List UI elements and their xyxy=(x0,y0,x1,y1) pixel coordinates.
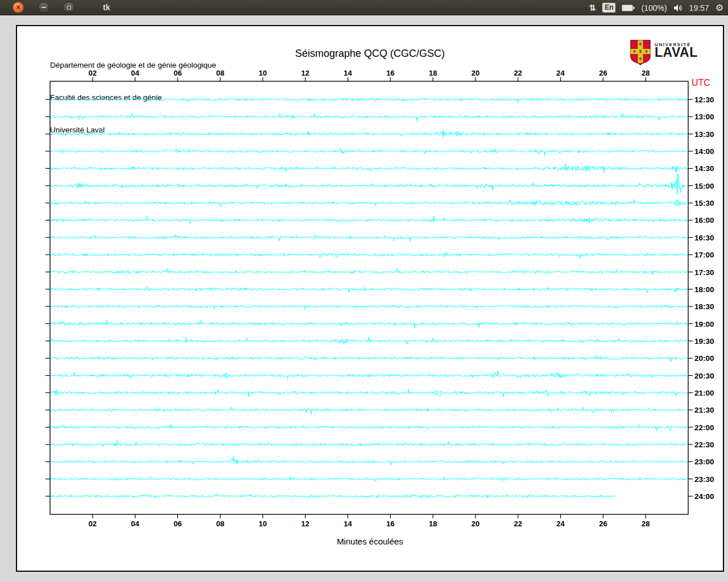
row-time-label: 17:00 xyxy=(694,251,714,259)
seismogram-trace xyxy=(51,269,688,275)
seismogram-trace xyxy=(51,408,688,414)
x-tick-label-bottom: 28 xyxy=(642,519,650,528)
row-time-label: 21:00 xyxy=(694,389,714,397)
seismogram-trace xyxy=(51,287,688,293)
x-tick-label-top: 22 xyxy=(514,69,522,77)
panel-indicators: ⇅ En (100%) 19:57 ⚙ xyxy=(589,0,723,15)
seismogram-trace xyxy=(51,493,615,498)
tk-window: Département de géologie et de génie géol… xyxy=(0,15,728,582)
window-close-button[interactable]: × xyxy=(13,2,24,13)
window-title: tk xyxy=(103,3,110,12)
seismogram-trace xyxy=(51,234,688,241)
row-time-label: 18:00 xyxy=(694,285,714,294)
seismogram-trace xyxy=(51,371,688,379)
row-time-label: 21:30 xyxy=(694,406,714,414)
x-tick-label-bottom: 06 xyxy=(173,519,181,528)
seismogram-trace xyxy=(51,305,688,310)
x-tick-label-top: 14 xyxy=(344,69,352,77)
x-tick-label-bottom: 02 xyxy=(89,519,97,528)
x-tick-label-bottom: 16 xyxy=(386,519,394,528)
seismogram-trace xyxy=(51,173,688,194)
seismograph-canvas: Département de géologie et de génie géol… xyxy=(16,25,724,572)
row-time-label: 23:00 xyxy=(694,458,714,466)
keyboard-layout-indicator[interactable]: En xyxy=(602,3,615,12)
seismogram-trace xyxy=(51,356,688,362)
seismogram-trace xyxy=(51,389,688,397)
seismogram-trace xyxy=(51,320,688,328)
seismogram-trace xyxy=(51,129,688,137)
seismogram-trace xyxy=(51,216,688,223)
seismogram-trace xyxy=(51,199,688,207)
row-time-label: 24:00 xyxy=(694,492,714,501)
helicorder-plot: 0202040406060808101012121414161618182020… xyxy=(17,26,723,571)
row-time-label: 12:30 xyxy=(694,95,714,104)
row-time-label: 16:00 xyxy=(694,216,714,225)
window-maximize-button[interactable] xyxy=(63,2,75,13)
battery-icon[interactable] xyxy=(622,5,635,11)
row-time-label: 17:30 xyxy=(694,268,714,277)
x-tick-label-top: 10 xyxy=(259,69,267,77)
row-time-label: 13:00 xyxy=(694,113,714,121)
x-tick-label-bottom: 08 xyxy=(216,519,224,528)
seismogram-trace xyxy=(51,97,688,103)
row-time-label: 15:30 xyxy=(694,199,714,207)
seismogram-trace xyxy=(51,440,688,447)
x-tick-label-top: 06 xyxy=(173,69,181,77)
row-time-label: 22:30 xyxy=(694,440,714,449)
row-time-label: 19:30 xyxy=(694,337,714,346)
row-time-label: 22:00 xyxy=(694,423,714,432)
x-tick-label-bottom: 10 xyxy=(259,519,267,528)
x-tick-label-top: 16 xyxy=(386,69,394,77)
x-tick-label-top: 02 xyxy=(89,69,97,77)
minimize-icon xyxy=(42,7,46,8)
row-time-label: 20:30 xyxy=(694,372,714,380)
seismogram-trace xyxy=(51,425,688,430)
utc-axis-label: UTC xyxy=(692,78,710,88)
x-tick-label-bottom: 18 xyxy=(429,519,437,528)
volume-icon[interactable] xyxy=(673,4,683,12)
seismogram-trace xyxy=(51,114,688,122)
x-tick-label-top: 12 xyxy=(301,69,309,77)
window-minimize-button[interactable] xyxy=(38,2,49,13)
network-arrows-icon[interactable]: ⇅ xyxy=(589,3,597,13)
x-tick-label-top: 18 xyxy=(429,69,437,77)
x-tick-label-top: 20 xyxy=(471,69,479,77)
maximize-icon xyxy=(67,6,71,10)
row-time-label: 18:30 xyxy=(694,302,714,311)
plot-frame xyxy=(50,81,688,514)
row-time-label: 19:00 xyxy=(694,320,714,329)
seismogram-trace xyxy=(51,252,688,259)
x-tick-label-top: 08 xyxy=(216,69,224,77)
row-time-label: 16:30 xyxy=(694,234,714,242)
session-gear-icon[interactable]: ⚙ xyxy=(715,2,723,13)
x-tick-label-top: 24 xyxy=(556,69,565,77)
seismogram-trace xyxy=(51,148,688,156)
row-time-label: 20:00 xyxy=(694,354,714,363)
row-time-label: 23:30 xyxy=(694,475,714,484)
x-tick-label-bottom: 14 xyxy=(344,519,352,528)
x-tick-label-bottom: 26 xyxy=(599,519,607,528)
x-axis-title: Minutes écoulées xyxy=(17,537,723,546)
x-tick-label-top: 28 xyxy=(642,69,650,77)
x-tick-label-top: 26 xyxy=(599,69,607,77)
row-time-label: 14:30 xyxy=(694,164,714,173)
seismogram-trace xyxy=(51,477,688,481)
x-tick-label-bottom: 20 xyxy=(471,519,479,528)
x-tick-label-bottom: 04 xyxy=(131,519,139,528)
x-tick-label-bottom: 22 xyxy=(514,519,522,528)
row-time-label: 14:00 xyxy=(694,147,714,156)
close-icon: × xyxy=(16,4,20,11)
row-time-label: 13:30 xyxy=(694,130,714,139)
seismogram-trace xyxy=(51,337,688,344)
seismogram-trace xyxy=(51,164,688,172)
x-tick-label-top: 04 xyxy=(131,69,139,77)
x-tick-label-bottom: 24 xyxy=(556,519,565,528)
battery-percentage[interactable]: (100%) xyxy=(641,3,667,13)
top-panel: × tk ⇅ En (100%) 19:57 ⚙ xyxy=(0,0,728,15)
x-tick-label-bottom: 12 xyxy=(301,519,309,528)
clock[interactable]: 19:57 xyxy=(689,3,709,13)
row-time-label: 15:00 xyxy=(694,182,714,190)
seismogram-trace xyxy=(51,457,688,465)
